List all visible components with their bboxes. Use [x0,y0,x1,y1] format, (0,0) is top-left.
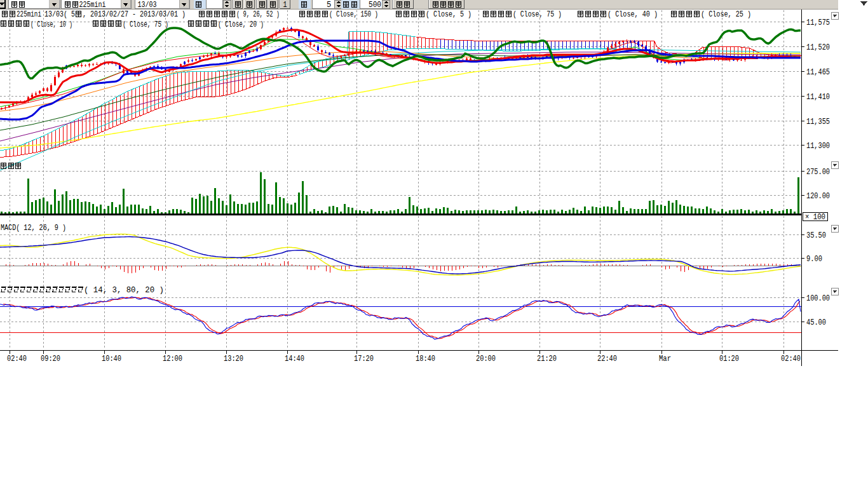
svg-text:( Close, 20 ): ( Close, 20 ) [218,20,264,29]
svg-text:02:40: 02:40 [7,354,27,363]
svg-text:14:40: 14:40 [285,354,304,363]
svg-text:11,520: 11,520 [806,43,830,52]
svg-text:11,355: 11,355 [806,117,830,126]
svg-text:11,410: 11,410 [806,92,830,102]
svg-text:22:40: 22:40 [597,354,617,363]
svg-text:( Close, 40 ): ( Close, 40 ) [607,10,658,19]
svg-text:11,300: 11,300 [806,141,830,151]
svg-text:120.00: 120.00 [806,191,830,201]
svg-text:13/03: 13/03 [138,1,157,10]
svg-text:11,575: 11,575 [806,18,830,27]
svg-text:MACD( 12, 26, 9 ): MACD( 12, 26, 9 ) [1,224,66,233]
svg-text:20:00: 20:00 [476,354,496,363]
svg-text:18:40: 18:40 [416,354,435,363]
svg-text:( 9, 26, 52 ): ( 9, 26, 52 ) [236,10,280,19]
svg-text:( Close, 150 ): ( Close, 150 ) [329,10,378,19]
svg-text:1: 1 [283,1,287,10]
svg-text:21:20: 21:20 [537,354,557,363]
svg-text:13:20: 13:20 [224,354,243,363]
svg-text:01:20: 01:20 [719,354,739,363]
svg-text:11,465: 11,465 [806,67,830,77]
svg-text:35.50: 35.50 [806,231,826,240]
svg-text:5: 5 [327,1,331,10]
svg-text:100.00: 100.00 [806,294,830,303]
svg-text:9.00: 9.00 [806,254,822,264]
svg-text:( Close, 75 ): ( Close, 75 ) [513,10,562,19]
svg-text:( Close, 5 ): ( Close, 5 ) [426,10,471,19]
svg-text:225mini: 225mini [79,1,106,10]
svg-text:( Close, 25 ): ( Close, 25 ) [701,10,751,19]
svg-text:, 2013/02/27 - 2013/03/01 ): , 2013/02/27 - 2013/03/01 ) [83,10,186,19]
svg-text:( Close, 75 ): ( Close, 75 ) [123,20,168,29]
svg-text:12:00: 12:00 [163,354,182,363]
svg-text:10:40: 10:40 [102,354,121,363]
svg-text:17:20: 17:20 [354,354,374,363]
svg-text:09:20: 09:20 [41,354,60,363]
svg-text:( 14, 3, 80, 20 ): ( 14, 3, 80, 20 ) [84,286,164,295]
svg-text:500: 500 [369,1,381,10]
svg-text:Mar: Mar [659,354,671,363]
svg-text:275.00: 275.00 [806,167,830,177]
svg-text:13/03( 5: 13/03( 5 [44,10,75,19]
svg-text:× 100: × 100 [805,213,825,222]
svg-text:225mini: 225mini [17,10,41,19]
svg-text:02:40: 02:40 [781,354,801,363]
svg-text:( Close, 10 ): ( Close, 10 ) [31,20,72,29]
svg-text:45.00: 45.00 [806,318,826,327]
